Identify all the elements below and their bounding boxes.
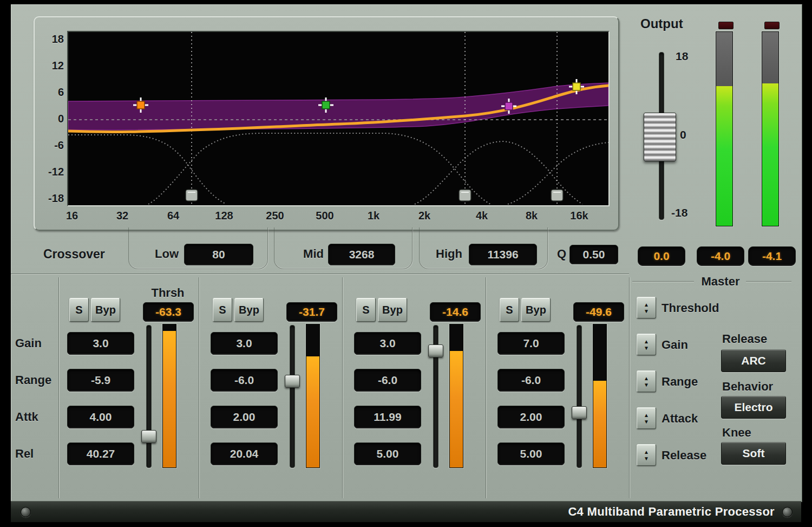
plugin-title: C4 Multiband Parametric Processor [568,505,775,519]
x-tick-8k: 8k [510,210,553,222]
stepper-up-icon: ▲ [644,449,649,455]
band3-bypass-button[interactable]: Byp [378,298,407,322]
output-scale-top: 18 [676,50,698,63]
band3-solo-button[interactable]: S [356,298,376,322]
release-mode-button[interactable]: ARC [721,349,786,372]
band2-gain-meter [306,324,320,468]
output-gain-readout[interactable]: 0.0 [638,246,685,266]
band-strip-3: S Byp -14.6 3.0 -6.0 11.99 5.00 [348,282,484,477]
low-crossover-value[interactable]: 80 [184,244,253,265]
master-release-stepper[interactable]: ▲ ▼ [637,444,656,466]
master-attack-stepper[interactable]: ▲ ▼ [637,407,656,429]
band3-4-divider [486,277,487,498]
q-label: Q [553,247,566,261]
band4-threshold-readout[interactable]: -49.6 [573,302,624,322]
band4-gain-value[interactable]: 7.0 [497,332,565,355]
output-label: Output [640,16,700,31]
crossover-section-label: Crossover [43,247,130,262]
band2-range-value[interactable]: -6.0 [211,369,278,392]
right-output-meter [762,31,779,226]
left-clip-led[interactable] [718,22,734,29]
band2-release-value[interactable]: 20.04 [211,443,278,465]
master-threshold-stepper[interactable]: ▲ ▼ [637,297,656,318]
y-tick-m12: -12 [39,166,64,180]
band1-gain-value[interactable]: 3.0 [67,332,134,355]
output-fader-handle[interactable] [644,113,676,161]
gain-row-label: Gain [15,336,57,350]
band2-bypass-button[interactable]: Byp [234,298,264,322]
band4-attack-value[interactable]: 2.00 [497,406,565,428]
release-row-label: Rel [15,447,57,461]
band4-bypass-button[interactable]: Byp [521,298,551,322]
stepper-down-icon: ▼ [644,456,649,461]
plot-frame [67,31,610,206]
band4-gain-meter [593,324,607,468]
band4-release-value[interactable]: 5.00 [497,443,565,465]
left-screw-icon [21,507,31,517]
band3-release-value[interactable]: 5.00 [354,443,421,465]
y-tick-0: 0 [39,113,64,127]
band3-attack-value[interactable]: 11.99 [354,406,421,428]
band3-gain-meter [449,324,463,468]
band2-threshold-slider[interactable] [290,325,295,468]
band1-threshold-handle[interactable] [141,430,156,443]
frequency-response-plot[interactable] [68,32,608,205]
low-crossover-handle[interactable] [186,190,198,201]
band3-gain-value[interactable]: 3.0 [354,332,421,355]
band1-bypass-button[interactable]: Byp [91,298,120,322]
q-value[interactable]: 0.50 [569,245,618,264]
band1-release-value[interactable]: 40.27 [67,443,134,465]
y-tick-18: 18 [39,33,64,47]
stepper-down-icon: ▼ [644,345,649,351]
band4-threshold-slider[interactable] [577,325,582,468]
knee-label: Knee [722,426,787,440]
stepper-up-icon: ▲ [644,412,649,418]
master-range-stepper[interactable]: ▲ ▼ [637,370,656,392]
band1-gain-meter [162,324,176,468]
right-clip-led[interactable] [764,22,780,29]
output-scale-mid: 0 [680,128,696,141]
mid-crossover-handle[interactable] [459,190,471,201]
band2-threshold-handle[interactable] [285,375,300,388]
master-section: Master ▲ ▼ Threshold ▲ ▼ Gain ▲ ▼ Range … [631,274,794,479]
mid-crossover-value[interactable]: 3268 [328,244,395,265]
behavior-button[interactable]: Electro [721,396,786,419]
band2-solo-button[interactable]: S [213,298,232,322]
band1-range-value[interactable]: -5.9 [67,369,134,392]
band-strip-4: S Byp -49.6 7.0 -6.0 2.00 5.00 [491,282,627,477]
mid-crossover-label: Mid [292,247,324,261]
band4-threshold-handle[interactable] [572,406,587,419]
stepper-down-icon: ▼ [644,419,649,425]
band1-attack-value[interactable]: 4.00 [67,406,134,428]
master-range-label: Range [662,375,721,389]
right-screw-icon [782,507,793,517]
band2-attack-value[interactable]: 2.00 [211,406,278,428]
output-section: Output 18 0 -18 0.0 -4.0 -4.1 [633,15,801,270]
band4-solo-button[interactable]: S [500,298,519,322]
output-scale-bottom: -18 [671,206,697,219]
band3-threshold-handle[interactable] [428,344,443,357]
spectrum-graph-panel: 18 12 6 0 -6 -12 -18 [34,16,619,231]
band3-range-value[interactable]: -6.0 [354,369,421,392]
x-tick-16: 16 [50,210,94,222]
attack-row-label: Attk [15,410,57,424]
knee-button[interactable]: Soft [721,442,786,465]
high-crossover-value[interactable]: 11396 [469,244,537,265]
band2-threshold-readout[interactable]: -31.7 [286,302,337,322]
title-bar: C4 Multiband Parametric Processor [11,501,801,522]
band4-range-value[interactable]: -6.0 [497,369,565,392]
band2-gain-value[interactable]: 3.0 [211,332,278,355]
band1-threshold-slider[interactable] [146,325,152,468]
x-tick-500: 500 [303,210,346,222]
right-peak-readout[interactable]: -4.1 [748,246,796,266]
stepper-up-icon: ▲ [644,375,649,381]
high-crossover-handle[interactable] [551,190,563,201]
band3-threshold-readout[interactable]: -14.6 [430,302,481,322]
band1-threshold-readout[interactable]: -63.3 [143,302,194,322]
left-peak-readout[interactable]: -4.0 [697,246,744,266]
stepper-up-icon: ▲ [644,339,649,344]
master-threshold-label: Threshold [662,301,732,315]
band1-solo-button[interactable]: S [69,298,89,322]
master-gain-stepper[interactable]: ▲ ▼ [637,334,656,355]
x-tick-64: 64 [152,210,195,222]
